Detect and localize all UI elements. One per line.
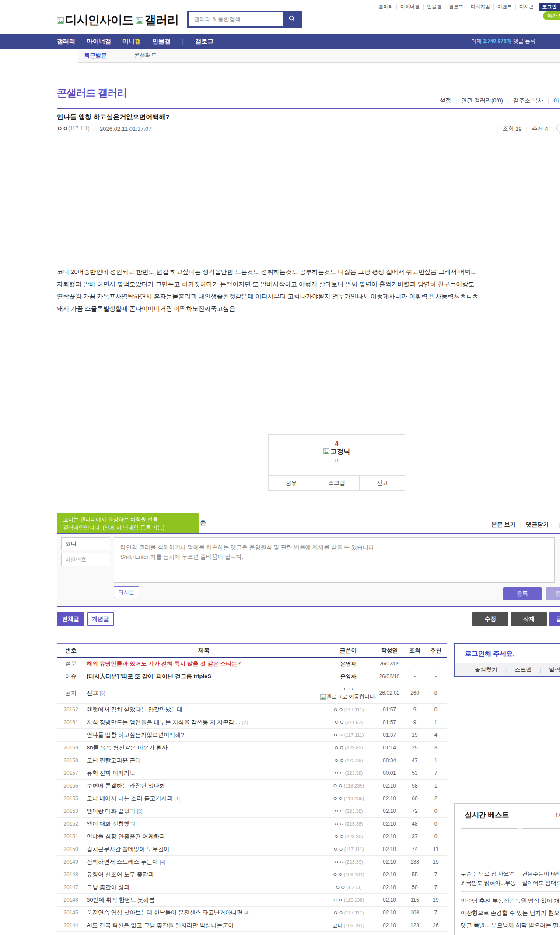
nav-item-미니갤[interactable]: 미니갤 (122, 38, 141, 46)
edit-button[interactable]: 수정 (472, 612, 508, 626)
post-title-link[interactable]: 김치근무시간 쓸데없이 노무길어 (87, 846, 169, 852)
fixed-nick-row: 고정닉 (269, 448, 405, 456)
post-author[interactable]: ㅇㅇ(223.39) (323, 858, 374, 866)
gallery-link[interactable]: 연관 갤러리(0/0) (461, 97, 503, 105)
post-title-link[interactable]: 8n들 유독 병신같은 이유가 뭘까 (87, 744, 168, 751)
topbar-link[interactable]: 갤러리 (375, 4, 397, 10)
best-card[interactable]: 건물주들이 6년동실이어도 임대료 (522, 828, 560, 888)
post-title-link[interactable]: 앰이 대화 신청했긔 (87, 820, 135, 827)
best-list-item[interactable]: 댓글 폭발... 부모님께 허락 받으려는 딸... (461, 919, 560, 931)
password-input[interactable] (61, 553, 110, 566)
comment-submit-secondary-button[interactable]: 등록 (546, 587, 560, 600)
downvote-count[interactable]: 0 (269, 457, 405, 464)
concept-posts-button[interactable]: 개념글 (87, 612, 114, 626)
login-button[interactable]: 로그인 (539, 3, 560, 11)
post-title-link[interactable]: 언냐들 앱창 하고싶은거없으면어떡해? (87, 732, 184, 738)
post-title-link[interactable]: 언냐들 심장 안좋을땐 어케하긔 (87, 833, 165, 840)
post-title-link[interactable]: 유행어 신조어 노무 좆같긔 (87, 871, 154, 878)
breadcrumb-current-gallery[interactable]: 콘샐러드 (134, 52, 157, 60)
post-author[interactable]: ㅇㅇ(106.101) (323, 871, 374, 879)
post-author[interactable]: 운영자 (323, 660, 374, 668)
post-author[interactable]: 코니(106.101) (323, 922, 374, 929)
upvote-count[interactable]: 4 (269, 440, 405, 447)
topbar-link[interactable]: 마이너갤 (397, 4, 424, 10)
night-mode-toggle[interactable]: 야간 모드 (543, 11, 560, 20)
view-post-button[interactable]: 본문 보기 (491, 521, 516, 529)
post-author[interactable]: ㅇㅇ(223.38) (323, 808, 374, 815)
login-panel-link[interactable]: 스크랩 (514, 666, 532, 674)
post-title-link[interactable]: 앰이랑 대화 끝났긔 (87, 808, 135, 814)
post-title-link[interactable]: 운전연습 영상 찾아보는데 한남들이 운전센스 타고난거아니면 (87, 909, 242, 916)
post-author[interactable]: ㅇㅇ(117.111) (323, 732, 374, 739)
post-title-link[interactable]: 코닌 찐탈코긔윤 근데 (87, 757, 141, 763)
login-panel-link[interactable]: 알림 (549, 666, 560, 674)
comment-textarea[interactable]: 타인의 권리를 침해하거나 명예를 훼손하는 댓글은 운영원칙 및 관련 법률에… (114, 537, 555, 583)
nav-item-갤로그[interactable]: 갤로그 (195, 38, 214, 46)
all-posts-button[interactable]: 전체글 (57, 612, 84, 626)
post-title-link[interactable]: 랜챗에서 김치 살았다는 양잦만났는데 (87, 706, 182, 713)
site-logo[interactable]: 디시인사이드 갤러리 (57, 12, 178, 28)
post-author[interactable]: ㅇㅇ (57, 125, 68, 133)
best-list-item[interactable]: 민주당 추진 부동산감독원 영장 없이 개인 대 (461, 895, 560, 907)
post-title-link[interactable]: 해외 유명인들과 있어도 기가 전혀 죽지 않을 것 같은 스타는? (87, 660, 241, 667)
report-button[interactable]: 신고 (359, 476, 405, 490)
comment-count: [4] (160, 859, 165, 865)
login-panel-link[interactable]: 즐겨찾기 (475, 666, 497, 674)
topbar-link[interactable]: 이벤트 (494, 4, 516, 10)
post-author[interactable]: ㅇㅇ(117.111) (323, 846, 374, 853)
topbar-link[interactable]: 디시콘 (516, 4, 537, 10)
breadcrumb-recent-visits[interactable]: 최근방문 (84, 52, 107, 60)
search-input[interactable]: 갤러리 & 통합검색 (189, 12, 283, 26)
post-author[interactable]: ㅇㅇ(118.235) (323, 795, 374, 802)
post-author[interactable]: ㅇㅇ(223.39) (323, 833, 374, 840)
search-button[interactable] (283, 12, 301, 26)
gallery-title[interactable]: 콘샐러드 갤러리 (57, 86, 126, 100)
share-button[interactable]: 공유 (269, 476, 314, 490)
post-author[interactable]: ㅇㅇ(223.62) (323, 744, 374, 752)
best-card[interactable]: 무슨 돈으로 집 사요?"외국인도 밝혀야...부동 (461, 828, 518, 888)
login-panel-links: 즐겨찾기|스크랩|알림 (455, 663, 560, 676)
gallery-link[interactable]: 갤주소 복사 (513, 97, 543, 105)
write-button[interactable]: 글쓰기 (550, 612, 560, 626)
post-author[interactable]: 운영자 (323, 673, 374, 680)
topbar-link[interactable]: 인물갤 (424, 4, 445, 10)
best-list-item[interactable]: 폰 쥐고 거리 두리번...한집에 모인 동창들 발 (461, 931, 560, 935)
best-list-item[interactable]: 이상형으로 존경할 수 있는 남자가 혐오스럽 (461, 907, 560, 919)
topbar-link[interactable]: 갤로그 (445, 4, 467, 10)
post-author[interactable]: ㅇㅇ(118.235) (323, 782, 374, 790)
post-title-link[interactable]: AI도 결국 혁신은 없고 그냥 좆간들 일자리만 박살나는군아 (87, 922, 234, 928)
dccon-button[interactable]: 디시콘 (114, 586, 139, 598)
post-title-link[interactable]: 자식 정병만드는 앰앱들은 대부분 자식을 감쓰통 지 자존감 ... (87, 719, 241, 725)
header-date: 작성일 (374, 647, 405, 655)
post-title-link[interactable]: 신고 (87, 690, 98, 696)
delete-button[interactable]: 삭제 (511, 612, 547, 626)
post-author[interactable]: ㅇㅇ(223.38) (323, 820, 374, 828)
nav-item-인물갤[interactable]: 인물갤 (152, 38, 171, 46)
close-comments-button[interactable]: 댓글닫기 (526, 521, 549, 529)
post-title-link[interactable]: 그냥 좆간이 싫긔 (87, 884, 130, 890)
nav-item-마이너갤[interactable]: 마이너갤 (87, 38, 111, 46)
comment-submit-button[interactable]: 등록 (503, 587, 542, 600)
post-title-link[interactable]: 유학 진짜 어케가노 (87, 770, 135, 776)
post-author[interactable]: ㅇㅇ(117.111) (323, 909, 374, 917)
gallog-link[interactable]: 갤로그로 이동합니다. (323, 693, 374, 700)
breadcrumb: 최근방문 콘샐러드 (78, 49, 560, 63)
post-author[interactable]: ㅇㅇ(115.138) (323, 896, 374, 904)
post-title-link[interactable]: [디시人터뷰] '따로 또 같이' 피어난 걸그룹 tripleS (87, 673, 211, 679)
post-author[interactable]: ㅇㅇ(223.39) (323, 757, 374, 764)
post-title-link[interactable]: 30인데 취직 한번도 못해봄 (87, 896, 154, 903)
post-author[interactable]: ㅇㅇ(1.213) (323, 884, 374, 891)
gallery-link[interactable]: 설정 (440, 97, 451, 105)
scrap-button[interactable]: 스크랩 (314, 476, 359, 490)
post-title-link[interactable]: 산책하면서 스트레스 푸는데 (87, 858, 158, 865)
post-author[interactable]: ㅇㅇ(117.111) (323, 706, 374, 714)
nav-item-갤러리[interactable]: 갤러리 (57, 38, 75, 46)
post-title-link[interactable]: 주변에 콘갤하는 라창년 있나봐 (87, 782, 165, 789)
topbar-link[interactable]: 디시게임 (467, 4, 494, 10)
post-author[interactable]: ㅇㅇ갤로그로 이동합니다. (323, 686, 374, 700)
gallery-link[interactable]: 이용안내 (553, 97, 560, 105)
post-author[interactable]: ㅇㅇ(211.62) (323, 719, 374, 726)
post-author[interactable]: ㅇㅇ(223.38) (323, 770, 374, 777)
post-title-link[interactable]: 코니 배에서 나는 소리 듣고가시긔 (87, 795, 172, 802)
nickname-input[interactable] (61, 537, 110, 550)
